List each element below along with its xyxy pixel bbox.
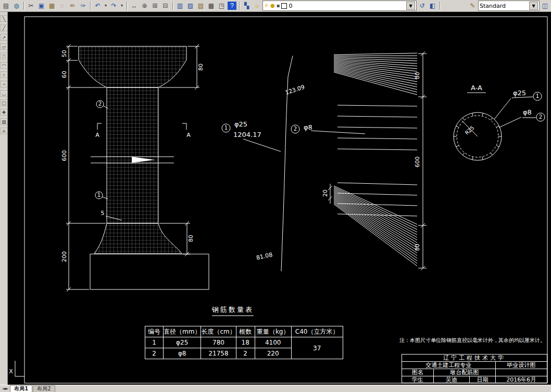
cell: 780 [201, 337, 236, 348]
publish-web-icon[interactable]: ◍ [11, 1, 21, 10]
make-object-layer-current-icon[interactable]: ◧ [428, 1, 437, 10]
zoom-realtime-icon[interactable]: ⊕ [140, 1, 149, 10]
redo-dropdown-arrow-icon[interactable]: ▾ [119, 1, 124, 10]
toolbar-separator [23, 2, 24, 10]
cell: φ8 [164, 348, 201, 359]
dropdown-arrow-icon[interactable]: ▼ [529, 2, 538, 10]
cut-icon[interactable]: ✂ [26, 1, 36, 10]
main-bar-bubble: 1 [224, 125, 228, 131]
spline-tool-icon[interactable]: ◡ [0, 90, 8, 97]
zoom-window-icon[interactable]: ⊞ [150, 1, 160, 10]
main-bar-bottom-segment: 81.08 [256, 251, 273, 261]
arc-tool-icon[interactable]: ◠ [0, 62, 8, 69]
bubble-2-label: 2 [98, 101, 102, 107]
date-label: 日期 [469, 376, 495, 383]
col-header: 编号 [145, 326, 164, 337]
rectangle-tool-icon[interactable]: □ [0, 53, 8, 59]
col-header: C40（立方米） [291, 326, 343, 337]
paste-icon[interactable]: ▦ [47, 1, 57, 10]
col-header: 重量（kg） [255, 326, 291, 337]
copy-icon[interactable]: ▣ [36, 1, 46, 10]
layout-tab-1[interactable]: 布局1 [10, 385, 32, 392]
zoom-previous-icon[interactable]: ⊟ [160, 1, 170, 10]
toolbar-separator [127, 2, 127, 10]
toolbar-separator [239, 2, 240, 10]
insert-block-tool-icon[interactable]: ✚ [0, 109, 8, 116]
stirrup-dim-80-bottom: 80 [414, 244, 421, 251]
help-icon[interactable]: ? [227, 1, 237, 10]
layer-freeze-icon[interactable]: ● [270, 3, 275, 8]
text-style-dropdown[interactable]: Standard▼ [478, 1, 540, 11]
text-style-icon[interactable]: ✎ [468, 1, 478, 10]
layer-previous-icon[interactable]: ↺ [417, 1, 427, 10]
undo-dropdown-arrow-icon[interactable]: ▾ [103, 1, 108, 10]
layout-tab-bar: ◄►布局1布局2 [0, 385, 551, 392]
col-header: 长度（cm） [201, 326, 236, 337]
university-name: 辽宁工程技术大学 [402, 355, 547, 361]
stirrup-detail [334, 53, 417, 266]
date-value: 2016年6月 [495, 376, 547, 383]
cell: 220 [255, 348, 291, 359]
section-labels: A-A R25 φ25 1 φ8 2 [464, 84, 543, 136]
erase-icon[interactable]: ◌ [57, 1, 67, 10]
polygon-tool-icon[interactable]: ▱ [0, 43, 8, 50]
match-properties-icon[interactable]: ✑ [78, 1, 88, 10]
drawing-name-label: 图名 [402, 369, 433, 376]
pier-elevation [66, 46, 209, 289]
tool-palettes-icon[interactable]: ▨ [196, 1, 206, 10]
markup-set-manager-icon[interactable]: ◳ [217, 1, 227, 10]
layout-tab-2[interactable]: 布局2 [33, 385, 55, 392]
col-header: 根数 [236, 326, 255, 337]
draw-toolbar: ╲╱↗▱□◠○~◡▢✚▨A [0, 12, 8, 385]
top-toolbar: ▤◍✂▣▦◌✏✑↶▾↷▾↔⊕⊞⊟▥▧▨▩◳?▚☼☼●▪0▼↺◧✎Standard… [0, 0, 551, 12]
layer-states-icon[interactable]: ☼ [252, 1, 262, 10]
section-bar2-diameter: φ8 [523, 108, 532, 116]
layer-properties-manager-icon[interactable]: ▚ [242, 1, 252, 10]
hatch-tool-icon[interactable]: ▨ [0, 118, 8, 125]
cell: 1 [145, 337, 164, 348]
drawing-note: 注：本图尺寸单位除钢筋直径以毫米计外，其余的均以厘米计。 [399, 337, 551, 344]
stirrup-dim-20: 20 [322, 189, 329, 197]
layer-lock-icon[interactable]: ▪ [277, 3, 280, 8]
construction-line-tool-icon[interactable]: ╱ [0, 24, 8, 31]
student-name: 吴迪 [433, 376, 470, 383]
section-bar1-diameter: φ25 [513, 89, 526, 97]
section-letter-left: A [95, 132, 99, 138]
current-text-style-value: Standard [480, 3, 506, 9]
empty-cell [495, 369, 547, 376]
table-row: 1 φ25 780 18 4100 37 [145, 337, 343, 348]
revision-cloud-tool-icon[interactable]: ~ [0, 81, 8, 87]
pan-icon[interactable]: ↔ [129, 1, 139, 10]
undo-icon[interactable]: ↶ [93, 1, 103, 10]
stirrup-diameter: φ8 [304, 123, 312, 131]
layer-dropdown[interactable]: ☼●▪0▼ [262, 1, 417, 11]
layer-on-icon[interactable]: ☼ [264, 3, 269, 8]
text-tool-icon[interactable]: A [0, 128, 8, 134]
section-bar1-bubble: 1 [536, 93, 539, 99]
redo-icon[interactable]: ↷ [109, 1, 119, 10]
major-name: 交通土建工程专业 [402, 362, 495, 369]
bubble-1-label: 1 [97, 192, 101, 198]
dropdown-arrow-icon[interactable]: ▼ [406, 2, 415, 10]
pencil-edit-icon[interactable]: ✏ [68, 1, 78, 10]
circle-tool-icon[interactable]: ○ [0, 71, 8, 78]
cell: 2 [236, 348, 255, 359]
sheet-set-manager-icon[interactable]: ▩ [206, 1, 216, 10]
properties-icon[interactable]: ▥ [175, 1, 185, 10]
layout-tabs-nav-icon[interactable]: ◄► [1, 386, 9, 391]
stirrup-bubble: 2 [294, 126, 297, 132]
section-letter-right: A [186, 132, 191, 138]
drawing-canvas[interactable]: 50 60 600 200 80 80 A A 2 1 5 [8, 12, 551, 385]
dim-style-icon[interactable]: ◫ [540, 1, 550, 10]
drawing-name: 墩台配筋图 [433, 369, 495, 376]
rebar-quantity-table: 编号 直径（mm） 长度（cm） 根数 重量（kg） C40（立方米） 1 φ2… [145, 326, 343, 359]
toolbar-separator [440, 2, 440, 10]
design-center-icon[interactable]: ▧ [185, 1, 195, 10]
polyline-tool-icon[interactable]: ↗ [0, 34, 8, 41]
autocad-window: ▤◍✂▣▦◌✏✑↶▾↷▾↔⊕⊞⊟▥▧▨▩◳?▚☼☼●▪0▼↺◧✎Standard… [0, 0, 551, 392]
section-title: A-A [471, 84, 482, 92]
ellipse-tool-icon[interactable]: ▢ [0, 99, 8, 106]
print-icon[interactable]: ▤ [1, 1, 11, 10]
stirrup-dim-600: 600 [414, 157, 421, 168]
line-tool-icon[interactable]: ╲ [0, 15, 8, 22]
